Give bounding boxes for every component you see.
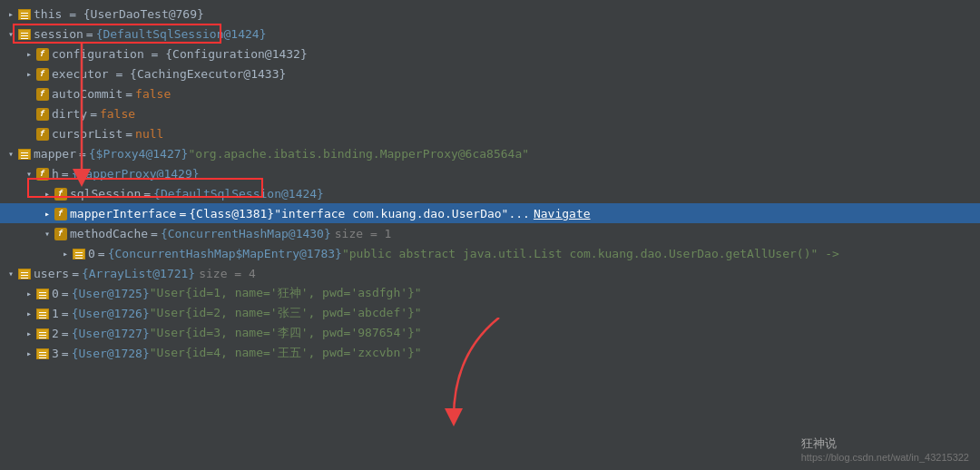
var-value: {User@1725} <box>72 287 150 300</box>
var-value: {ConcurrentHashMap$MapEntry@1783} <box>108 247 342 260</box>
var-name: 3 <box>52 347 59 360</box>
var-value: {DefaultSqlSession@1424} <box>153 187 324 201</box>
tree-toggle[interactable] <box>4 146 18 161</box>
list-icon <box>18 149 31 160</box>
var-extra: "User{id=2, name='张三', pwd='abcdef'}" <box>150 305 422 321</box>
var-name: 0 <box>52 287 59 300</box>
equals: = <box>62 347 69 360</box>
tree-row-dirty[interactable]: dirty = false <box>0 103 980 123</box>
debugger-panel: this = {UserDaoTest@769}session = {Defau… <box>0 0 980 470</box>
tree-row-h[interactable]: h = {MapperProxy@1429} <box>0 163 980 183</box>
equals: = <box>86 27 93 41</box>
var-text: this = {UserDaoTest@769} <box>34 7 204 21</box>
equals: = <box>125 87 132 101</box>
tree-toggle[interactable] <box>4 26 18 41</box>
var-value: null <box>135 127 163 141</box>
tree-row-sqlSession[interactable]: sqlSession = {DefaultSqlSession@1424} <box>0 183 980 203</box>
tree-toggle[interactable] <box>22 66 36 81</box>
var-value: {ArrayList@1721} <box>82 267 195 280</box>
var-name: 0 <box>88 247 95 260</box>
var-extra: "interface com.kuang.dao.UserDao"... <box>274 207 530 220</box>
tree-row-this[interactable]: this = {UserDaoTest@769} <box>0 4 980 24</box>
list-icon <box>18 269 31 279</box>
var-value: {$Proxy4@1427} <box>89 147 189 161</box>
var-extra: "public abstract java.util.List com.kuan… <box>342 247 839 260</box>
tree-toggle[interactable] <box>22 46 36 61</box>
var-name: h <box>52 167 59 181</box>
tree-toggle[interactable] <box>22 166 36 181</box>
var-value: {Class@1381} <box>189 207 274 220</box>
var-value: {User@1728} <box>72 347 150 360</box>
var-value: {MapperProxy@1429} <box>72 167 200 181</box>
var-name: cursorList <box>52 127 122 141</box>
var-value: {User@1727} <box>72 327 150 340</box>
field-icon <box>36 68 49 81</box>
tree-toggle[interactable] <box>22 306 36 320</box>
tree-row-users_0[interactable]: 0 = {User@1725} "User{id=1, name='狂神', p… <box>0 283 980 303</box>
var-name: session <box>34 27 83 41</box>
equals: = <box>125 127 132 141</box>
tree-row-users_1[interactable]: 1 = {User@1726} "User{id=2, name='张三', p… <box>0 303 980 323</box>
field-icon <box>54 228 67 240</box>
list-icon <box>36 348 49 359</box>
var-name: 2 <box>52 327 59 340</box>
tree-row-cursorList[interactable]: cursorList = null <box>0 123 980 143</box>
watermark-name: 狂神说 <box>801 436 969 452</box>
tree-row-methodCache_0[interactable]: 0 = {ConcurrentHashMap$MapEntry@1783} "p… <box>0 243 980 263</box>
var-name: 1 <box>52 307 59 320</box>
field-icon <box>36 168 49 181</box>
list-icon <box>73 249 85 259</box>
tree-container: this = {UserDaoTest@769}session = {Defau… <box>0 4 980 363</box>
equals: = <box>62 327 69 340</box>
var-value: {ConcurrentHashMap@1430} <box>161 227 331 240</box>
tree-toggle[interactable] <box>22 106 36 121</box>
var-name: methodCache <box>70 227 148 240</box>
tree-row-mapper[interactable]: mapper = {$Proxy4@1427} "org.apache.ibat… <box>0 143 980 163</box>
tree-row-users[interactable]: users = {ArrayList@1721} size = 4 <box>0 263 980 283</box>
tree-row-methodCache[interactable]: methodCache = {ConcurrentHashMap@1430} s… <box>0 223 980 243</box>
var-extra: "User{id=3, name='李四', pwd='987654'}" <box>150 325 422 341</box>
field-icon <box>36 128 49 141</box>
field-icon <box>54 208 67 220</box>
field-icon <box>54 188 67 201</box>
var-value: {DefaultSqlSession@1424} <box>96 27 267 41</box>
tree-toggle[interactable] <box>40 186 54 201</box>
var-name: users <box>34 267 69 280</box>
tree-row-users_3[interactable]: 3 = {User@1728} "User{id=4, name='王五', p… <box>0 343 980 363</box>
tree-toggle[interactable] <box>4 6 18 21</box>
watermark-url: https://blog.csdn.net/wat/in_43215322 <box>801 452 969 463</box>
equals: = <box>79 147 86 161</box>
tree-row-configuration[interactable]: configuration = {Configuration@1432} <box>0 44 980 64</box>
tree-row-executor[interactable]: executor = {CachingExecutor@1433} <box>0 64 980 83</box>
tree-row-mapperInterface[interactable]: mapperInterface = {Class@1381} "interfac… <box>0 203 980 223</box>
tree-toggle[interactable] <box>22 346 36 360</box>
tree-toggle[interactable] <box>40 206 54 220</box>
list-icon <box>36 289 49 299</box>
equals: = <box>151 227 158 240</box>
var-value: false <box>100 107 135 121</box>
tree-toggle[interactable] <box>22 86 36 101</box>
tree-toggle[interactable] <box>4 266 18 280</box>
list-icon <box>36 308 49 319</box>
tree-toggle[interactable] <box>58 246 73 260</box>
watermark: 狂神说 https://blog.csdn.net/wat/in_4321532… <box>801 436 969 463</box>
var-name: autoCommit <box>52 87 122 101</box>
list-icon <box>18 9 31 20</box>
equals: = <box>62 167 69 181</box>
equals: = <box>62 307 69 320</box>
navigate-link[interactable]: Navigate <box>534 207 591 220</box>
tree-row-users_2[interactable]: 2 = {User@1727} "User{id=3, name='李四', p… <box>0 323 980 343</box>
equals: = <box>62 287 69 300</box>
tree-row-session[interactable]: session = {DefaultSqlSession@1424} <box>0 24 980 44</box>
var-name: mapperInterface <box>70 207 176 220</box>
tree-toggle[interactable] <box>22 126 36 141</box>
tree-toggle[interactable] <box>22 326 36 340</box>
tree-toggle[interactable] <box>22 286 36 300</box>
tree-row-autoCommit[interactable]: autoCommit = false <box>0 83 980 103</box>
equals: = <box>179 207 186 220</box>
var-extra: "User{id=4, name='王五', pwd='zxcvbn'}" <box>150 345 422 361</box>
equals: = <box>98 247 105 260</box>
var-name: mapper <box>34 147 76 161</box>
var-text: executor = {CachingExecutor@1433} <box>52 67 286 81</box>
tree-toggle[interactable] <box>40 226 54 240</box>
